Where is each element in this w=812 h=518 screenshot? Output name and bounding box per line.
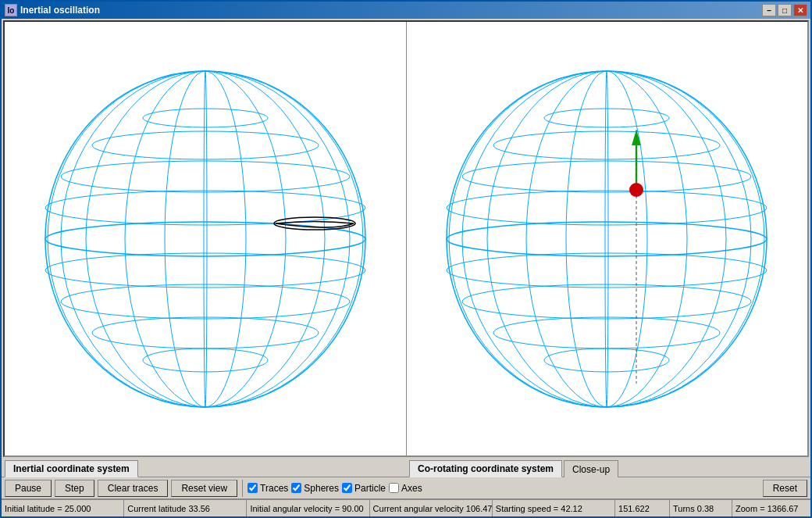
traces-checkbox-label[interactable]: Traces (248, 483, 288, 494)
axes-label: Axes (401, 483, 422, 494)
value-151: 151.622 (618, 504, 650, 513)
svg-point-17 (447, 71, 767, 407)
tab-close-up[interactable]: Close-up (564, 460, 618, 477)
zoom-value: Zoom = 1366.67 (735, 504, 798, 513)
svg-point-36 (629, 183, 643, 197)
left-globe-svg (34, 55, 377, 423)
title-bar-left: Io Inertial oscillation (5, 4, 100, 16)
tab-right-area: Co-rotating coordinate system Close-up (406, 459, 810, 477)
zoom-field: Zoom = 1366.67 (732, 500, 810, 516)
axes-checkbox[interactable] (389, 483, 399, 493)
initial-latitude-value: Initial latitude = 25.000 (5, 504, 91, 513)
traces-label: Traces (260, 483, 288, 494)
current-latitude-value: Current latitude 33.56 (127, 504, 210, 513)
main-window: Io Inertial oscillation – □ ✕ (0, 0, 812, 518)
tab-inertial[interactable]: Inertial coordinate system (5, 460, 138, 477)
controls-row: Pause Step Clear traces Reset view Trace… (2, 477, 810, 499)
right-globe-container (435, 55, 778, 423)
current-angular-velocity-field: Current angular velocity 106.47 (370, 500, 493, 516)
traces-checkbox[interactable] (248, 483, 258, 493)
tab-co-rotating[interactable]: Co-rotating coordinate system (409, 460, 562, 477)
status-row: Initial latitude = 25.000 Current latitu… (2, 499, 810, 516)
title-bar-controls: – □ ✕ (762, 4, 807, 16)
divider-1 (242, 480, 243, 497)
window-title: Inertial oscillation (20, 5, 100, 16)
left-globe-container (34, 55, 377, 423)
initial-angular-velocity-value: Initial angular velocity = 90.00 (250, 504, 363, 513)
maximize-button[interactable]: □ (778, 4, 792, 16)
left-panel (5, 22, 407, 455)
tab-row: Inertial coordinate system Co-rotating c… (2, 459, 810, 477)
minimize-button[interactable]: – (762, 4, 776, 16)
starting-speed-value: Starting speed = 42.12 (496, 504, 582, 513)
close-button[interactable]: ✕ (793, 4, 807, 16)
particle-checkbox-label[interactable]: Particle (342, 483, 386, 494)
initial-angular-velocity-field: Initial angular velocity = 90.00 (247, 500, 369, 516)
axes-checkbox-label[interactable]: Axes (389, 483, 422, 494)
pause-button[interactable]: Pause (5, 480, 52, 497)
spheres-checkbox[interactable] (291, 483, 301, 493)
current-angular-velocity-value: Current angular velocity 106.47 (373, 504, 493, 513)
right-panel (407, 22, 808, 455)
clear-traces-button[interactable]: Clear traces (98, 480, 169, 497)
current-latitude-field: Current latitude 33.56 (124, 500, 247, 516)
initial-latitude-field: Initial latitude = 25.000 (2, 500, 124, 516)
tab-left-area: Inertial coordinate system (2, 459, 406, 477)
reset-button[interactable]: Reset (763, 480, 807, 497)
window-icon: Io (5, 4, 17, 16)
main-panels (3, 20, 809, 457)
step-button[interactable]: Step (55, 480, 94, 497)
right-globe-svg (435, 55, 778, 423)
particle-label: Particle (354, 483, 386, 494)
reset-view-button[interactable]: Reset view (171, 480, 237, 497)
spheres-checkbox-label[interactable]: Spheres (291, 483, 339, 494)
value-151-field: 151.622 (615, 500, 670, 516)
window-body: Inertial coordinate system Co-rotating c… (2, 19, 810, 516)
turns-value: Turns 0.38 (673, 504, 714, 513)
bottom-bar: Inertial coordinate system Co-rotating c… (2, 459, 810, 516)
title-bar: Io Inertial oscillation – □ ✕ (2, 2, 810, 19)
starting-speed-field: Starting speed = 42.12 (493, 500, 615, 516)
turns-field: Turns 0.38 (670, 500, 732, 516)
spheres-label: Spheres (304, 483, 339, 494)
svg-point-0 (45, 71, 365, 407)
particle-checkbox[interactable] (342, 483, 352, 493)
